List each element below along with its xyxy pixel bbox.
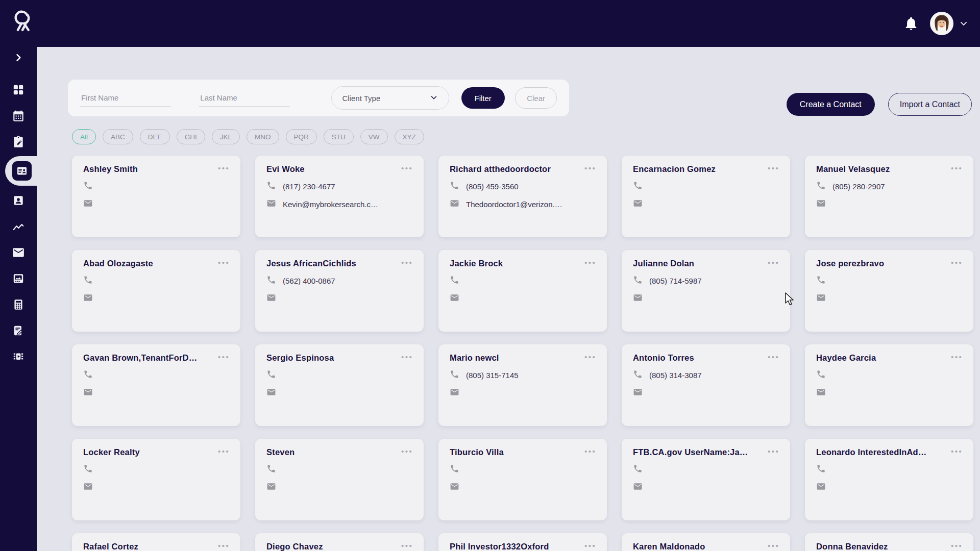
card-menu-button[interactable]: ••• — [581, 353, 596, 360]
phone-row — [83, 464, 230, 475]
sidebar-item-analytics[interactable] — [0, 213, 37, 239]
alpha-tab-xyz[interactable]: XYZ — [395, 129, 424, 144]
contact-card[interactable]: Phil Investor1332Oxford ••• — [438, 533, 607, 551]
contact-card[interactable]: Evi Woke ••• (817) 230-4677 Kevin@mybrok… — [255, 156, 424, 237]
user-avatar — [930, 12, 953, 35]
card-menu-button[interactable]: ••• — [398, 447, 413, 455]
sidebar-item-tasks[interactable] — [0, 129, 37, 155]
envelope-icon — [266, 387, 276, 399]
card-menu-button[interactable]: ••• — [581, 447, 596, 455]
import-contact-button[interactable]: Import a Contact — [888, 93, 972, 116]
card-menu-button[interactable]: ••• — [398, 542, 413, 549]
card-menu-button[interactable]: ••• — [581, 164, 596, 171]
card-menu-button[interactable]: ••• — [215, 259, 230, 266]
logo-icon[interactable] — [9, 7, 36, 36]
card-menu-button[interactable]: ••• — [581, 259, 596, 266]
card-menu-button[interactable]: ••• — [948, 259, 963, 266]
email-row — [450, 482, 597, 493]
alpha-tab-abc[interactable]: ABC — [103, 129, 133, 144]
contact-card[interactable]: Richard atthedoordoctor ••• (805) 459-35… — [438, 156, 607, 237]
envelope-icon — [633, 387, 643, 399]
contact-card[interactable]: Jose perezbravo ••• — [805, 250, 973, 332]
card-menu-button[interactable]: ••• — [948, 353, 963, 360]
card-menu-button[interactable]: ••• — [948, 164, 963, 171]
alpha-tab-ghi[interactable]: GHI — [177, 129, 205, 144]
contact-card[interactable]: Donna Benavidez ••• — [805, 533, 973, 551]
chevron-right-icon — [13, 53, 23, 65]
card-menu-button[interactable]: ••• — [581, 542, 596, 549]
sidebar-item-media[interactable] — [0, 265, 37, 291]
bell-icon[interactable] — [903, 16, 919, 31]
contact-card[interactable]: Leonardo InterestedInAd… ••• — [805, 439, 973, 520]
email-row — [83, 293, 230, 304]
contact-card[interactable]: Haydee Garcia ••• — [805, 344, 973, 426]
phone-icon — [816, 275, 826, 287]
sidebar-item-videos[interactable] — [0, 343, 37, 369]
contact-card[interactable]: Locker Realty ••• — [72, 439, 240, 520]
card-menu-button[interactable]: ••• — [398, 353, 413, 360]
card-menu-button[interactable]: ••• — [765, 353, 779, 360]
client-type-select[interactable]: Client Type — [331, 86, 449, 110]
contact-card[interactable]: Encarnacion Gomez ••• — [622, 156, 790, 237]
sidebar-item-calendar[interactable] — [0, 103, 37, 129]
contact-card[interactable]: Karen Maldonado ••• — [622, 533, 790, 551]
email-row — [633, 198, 780, 210]
card-menu-button[interactable]: ••• — [948, 447, 963, 455]
email-row — [266, 293, 413, 304]
card-menu-button[interactable]: ••• — [765, 259, 779, 266]
sidebar-item-notes[interactable] — [0, 317, 37, 343]
card-menu-button[interactable]: ••• — [398, 259, 413, 266]
card-menu-button[interactable]: ••• — [215, 542, 230, 549]
sidebar-item-mail[interactable] — [0, 239, 37, 265]
contact-card[interactable]: Abad Olozagaste ••• — [72, 250, 240, 332]
contact-card[interactable]: Sergio Espinosa ••• — [255, 344, 424, 426]
contact-card[interactable]: Gavan Brown,TenantForD… ••• — [72, 344, 240, 426]
sidebar-item-dashboard[interactable] — [0, 77, 37, 103]
card-menu-button[interactable]: ••• — [215, 447, 230, 455]
contact-card[interactable]: Diego Chavez ••• — [255, 533, 424, 551]
create-contact-button[interactable]: Create a Contact — [787, 93, 875, 116]
first-name-input[interactable] — [80, 89, 171, 107]
alpha-tab-def[interactable]: DEF — [140, 129, 170, 144]
contact-card[interactable]: Mario newcl ••• (805) 315-7145 — [438, 344, 607, 426]
alpha-tab-vw[interactable]: VW — [360, 129, 388, 144]
phone-icon — [83, 369, 93, 381]
sidebar-item-calculator[interactable] — [0, 291, 37, 317]
last-name-input[interactable] — [199, 89, 290, 107]
card-menu-button[interactable]: ••• — [215, 164, 230, 171]
image-browser-icon — [12, 272, 25, 285]
expand-sidebar-button[interactable] — [0, 50, 37, 67]
contact-card[interactable]: Jesus AfricanCichlids ••• (562) 400-0867 — [255, 250, 424, 332]
contact-card[interactable]: Steven ••• — [255, 439, 424, 520]
contact-card[interactable]: Manuel Velasquez ••• (805) 280-2907 — [805, 156, 973, 237]
sidebar-item-contacts[interactable] — [0, 156, 37, 186]
contact-name: Steven — [266, 447, 398, 457]
contact-card[interactable]: Ashley Smith ••• — [72, 156, 240, 237]
user-menu[interactable] — [930, 12, 969, 35]
email-row — [816, 482, 963, 493]
card-menu-button[interactable]: ••• — [765, 542, 779, 549]
contact-card[interactable]: Julianne Dolan ••• (805) 714-5987 — [622, 250, 790, 332]
card-menu-button[interactable]: ••• — [765, 447, 779, 455]
card-menu-button[interactable]: ••• — [215, 353, 230, 360]
contact-phone: (817) 230-4677 — [283, 182, 335, 191]
envelope-icon — [450, 387, 459, 399]
alpha-tab-pqr[interactable]: PQR — [286, 129, 317, 144]
clear-button[interactable]: Clear — [515, 87, 557, 109]
alpha-tab-stu[interactable]: STU — [324, 129, 354, 144]
filter-button[interactable]: Filter — [461, 87, 505, 109]
alpha-tab-jkl[interactable]: JKL — [212, 129, 240, 144]
card-menu-button[interactable]: ••• — [398, 164, 413, 171]
alpha-tab-mno[interactable]: MNO — [247, 129, 279, 144]
card-menu-button[interactable]: ••• — [948, 542, 963, 549]
contact-card[interactable]: Tiburcio Villa ••• — [438, 439, 607, 520]
card-menu-button[interactable]: ••• — [765, 164, 779, 171]
alpha-tab-all[interactable]: All — [72, 129, 96, 144]
sidebar-item-clients[interactable] — [0, 187, 37, 213]
phone-row: (817) 230-4677 — [266, 181, 413, 192]
contact-card[interactable]: FTB.CA.gov UserName:Ja… ••• — [622, 439, 790, 520]
contact-card[interactable]: Antonio Torres ••• (805) 314-3087 — [622, 344, 790, 426]
contact-card[interactable]: Rafael Cortez ••• — [72, 533, 240, 551]
phone-row: (805) 315-7145 — [450, 369, 597, 381]
contact-card[interactable]: Jackie Brock ••• — [438, 250, 607, 332]
